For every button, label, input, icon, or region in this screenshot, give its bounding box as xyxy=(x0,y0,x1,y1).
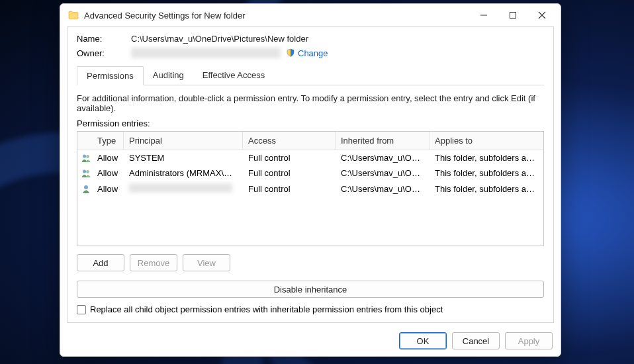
name-value: C:\Users\mav_u\OneDrive\Pictures\New fol… xyxy=(131,34,308,44)
col-inherited[interactable]: Inherited from xyxy=(336,132,430,150)
cell-access: Full control xyxy=(243,165,336,181)
table-row[interactable]: AllowSYSTEMFull controlC:\Users\mav_u\On… xyxy=(77,150,543,165)
user-icon xyxy=(77,184,92,195)
cell-principal xyxy=(124,181,243,197)
cell-applies: This folder, subfolders and files xyxy=(430,181,543,197)
cell-type: Allow xyxy=(92,165,124,181)
svg-point-5 xyxy=(84,185,88,189)
replace-child-checkbox[interactable] xyxy=(77,305,86,314)
svg-point-4 xyxy=(86,170,89,173)
ok-button[interactable]: OK xyxy=(399,332,447,349)
add-button[interactable]: Add xyxy=(77,254,124,271)
close-button[interactable] xyxy=(527,6,557,24)
dialog-footer: OK Cancel Apply xyxy=(60,328,561,356)
cell-inherited: C:\Users\mav_u\OneD… xyxy=(336,165,430,181)
col-type[interactable]: Type xyxy=(92,132,124,150)
cell-principal: Administrators (MRMAX\Ad… xyxy=(124,165,243,181)
cell-access: Full control xyxy=(243,150,336,165)
info-text: For additional information, double-click… xyxy=(77,93,544,113)
minimize-button[interactable] xyxy=(469,6,498,24)
entries-label: Permission entries: xyxy=(77,118,544,128)
cell-applies: This folder, subfolders and files xyxy=(430,150,543,165)
disable-inheritance-button[interactable]: Disable inheritance xyxy=(77,281,544,298)
remove-button[interactable]: Remove xyxy=(130,254,177,271)
cell-inherited: C:\Users\mav_u\OneD… xyxy=(336,150,430,165)
shield-icon xyxy=(286,48,295,58)
cell-inherited: C:\Users\mav_u\OneD… xyxy=(336,181,430,197)
col-applies[interactable]: Applies to xyxy=(430,132,543,150)
advanced-security-dialog: Advanced Security Settings for New folde… xyxy=(60,3,561,357)
owner-value-redacted xyxy=(131,48,281,58)
cell-type: Allow xyxy=(92,181,124,197)
change-owner-link[interactable]: Change xyxy=(298,48,328,58)
folder-icon xyxy=(68,10,79,21)
window-title: Advanced Security Settings for New folde… xyxy=(84,11,246,21)
view-button[interactable]: View xyxy=(183,254,230,271)
cell-applies: This folder, subfolders and files xyxy=(430,165,543,181)
svg-point-1 xyxy=(83,154,86,158)
cell-principal: SYSTEM xyxy=(124,150,243,165)
table-row[interactable]: AllowFull controlC:\Users\mav_u\OneD…Thi… xyxy=(77,181,543,197)
svg-point-2 xyxy=(86,155,89,158)
tab-effective-access[interactable]: Effective Access xyxy=(193,66,274,85)
svg-point-3 xyxy=(83,169,86,173)
col-principal[interactable]: Principal xyxy=(124,132,243,150)
permission-entries-table: Type Principal Access Inherited from App… xyxy=(77,131,544,246)
titlebar: Advanced Security Settings for New folde… xyxy=(60,4,561,26)
col-access[interactable]: Access xyxy=(243,132,336,150)
name-label: Name: xyxy=(77,34,131,44)
dialog-content: Name: C:\Users\mav_u\OneDrive\Pictures\N… xyxy=(67,26,554,323)
maximize-button[interactable] xyxy=(498,6,527,24)
cancel-button[interactable]: Cancel xyxy=(452,332,500,349)
owner-label: Owner: xyxy=(77,48,131,58)
tab-auditing[interactable]: Auditing xyxy=(144,66,193,85)
table-row[interactable]: AllowAdministrators (MRMAX\Ad…Full contr… xyxy=(77,165,543,181)
user-icon xyxy=(77,168,92,179)
tab-permissions[interactable]: Permissions xyxy=(77,66,144,85)
apply-button[interactable]: Apply xyxy=(505,332,553,349)
tabs: Permissions Auditing Effective Access xyxy=(77,66,544,85)
replace-child-label: Replace all child object permission entr… xyxy=(90,304,443,314)
cell-type: Allow xyxy=(92,150,124,165)
svg-rect-0 xyxy=(510,13,516,19)
cell-access: Full control xyxy=(243,181,336,197)
user-icon xyxy=(77,153,92,163)
